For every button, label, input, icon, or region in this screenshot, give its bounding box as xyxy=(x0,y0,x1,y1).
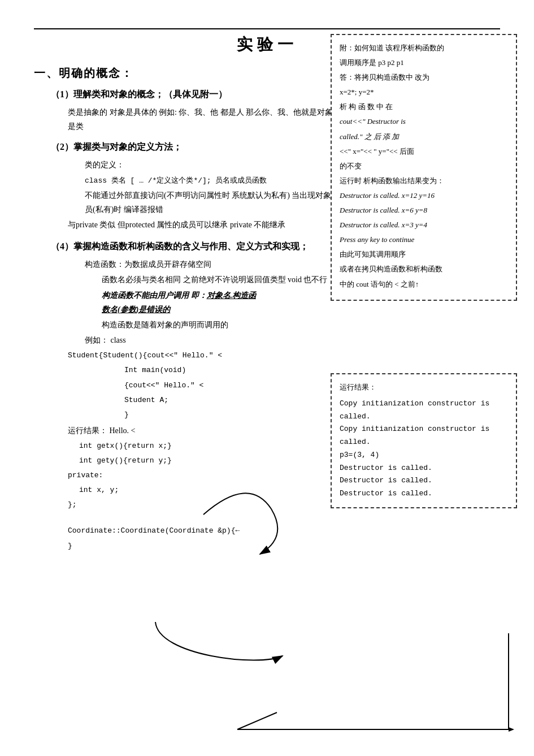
code-line13: } xyxy=(68,540,353,552)
svg-marker-1 xyxy=(509,727,514,732)
code-line5: } xyxy=(124,409,353,421)
code-line2: Int main(void) xyxy=(124,364,353,377)
dashed-top-line14: Press any key to continue xyxy=(340,234,508,246)
dashed-top-line16: 或者在拷贝构造函数和析构函数 xyxy=(340,263,508,275)
sub2-body4: 与private 类似 但protected 属性的成员可以继承 private… xyxy=(68,218,353,232)
dashed-bottom-line4: called. xyxy=(340,436,508,449)
sub2-body1: 类的定义： xyxy=(85,158,353,172)
code-line7: int gety(){return y;} xyxy=(79,455,353,467)
dashed-bottom-line7: Destructor is called. xyxy=(340,474,508,487)
dashed-top-line1: 附：如何知道 该程序析构函数的 xyxy=(340,42,508,54)
sub4-heading: （4）掌握构造函数和析构函数的含义与作用、定义方式和实现； xyxy=(51,241,353,253)
dashed-bottom-label: 运行结果： xyxy=(340,381,508,394)
sub2-body3: 不能通过外部直接访问(不声明访问属性时 系统默认为私有) 当出现对象名.成员(私… xyxy=(85,188,353,217)
code-section2: int getx(){return x;} int gety(){return … xyxy=(68,440,353,511)
top-border xyxy=(34,28,500,29)
page: 实验一 附：如何知道 该程序析构函数的 调用顺序是 p3 p2 p1 答：将拷贝… xyxy=(0,0,534,756)
dashed-top-line17: 中的 cout 语句的 < 之前↑ xyxy=(340,278,508,291)
dashed-bottom-line8: Destructor is called. xyxy=(340,487,508,500)
result-label: 运行结果： Hello. < xyxy=(68,424,353,438)
dashed-box-bottom: 运行结果： Copy initianization constructor is… xyxy=(331,373,517,508)
code-line10: }; xyxy=(68,499,353,511)
sub4-body4: 构造函数是随着对象的声明而调用的 xyxy=(102,318,353,332)
sub2-heading: （2）掌握类与对象的定义方法； xyxy=(51,141,353,153)
main-content: 一、明确的概念： （1）理解类和对象的概念；（具体见附一） 类是抽象的 对象是具… xyxy=(34,66,353,552)
code-line8: private: xyxy=(68,469,353,482)
dashed-top-line4: x=2*; y=2* xyxy=(340,86,508,98)
dashed-top-line5: 析 构 函 数 中 在 xyxy=(340,101,508,113)
code-line6: int getx(){return x;} xyxy=(79,440,353,452)
sub4-body1: 构造函数：为数据成员开辟存储空间 xyxy=(85,257,353,271)
dashed-top-line13: Destructor is called. x=3 y=4 xyxy=(340,219,508,231)
dashed-top-line2: 调用顺序是 p3 p2 p1 xyxy=(340,57,508,69)
dashed-bottom-line3: Copy initianization constructor is xyxy=(340,423,508,436)
code-section3: Coordinate::Coordinate(Coordinate &p){← … xyxy=(68,525,353,552)
code-line4: Student A; xyxy=(124,394,353,407)
dashed-top-line9: 的不变 xyxy=(340,160,508,172)
dashed-box-top: 附：如何知道 该程序析构函数的 调用顺序是 p3 p2 p1 答：将拷贝构造函数… xyxy=(331,34,517,301)
sub4-body5: 例如： class xyxy=(85,333,353,347)
code-section: Student{Student(){cout<<" Hello." < Int … xyxy=(68,349,353,421)
code-line1: Student{Student(){cout<<" Hello." < xyxy=(68,349,353,362)
code-line12: Coordinate::Coordinate(Coordinate &p){← xyxy=(68,525,353,537)
dashed-top-line3: 答：将拷贝构造函数中 改为 xyxy=(340,71,508,84)
code-line3: {cout<<" Hello." < xyxy=(124,379,353,392)
dashed-top-line11: Destructor is called. x=12 y=16 xyxy=(340,189,508,202)
dashed-top-line15: 由此可知其调用顺序 xyxy=(340,248,508,261)
sub4-body3: 构造函数不能由用户调用 即：对象名.构造函数名(参数)是错误的 xyxy=(102,288,353,317)
dashed-bottom-line2: called. xyxy=(340,411,508,424)
sub2-body2: class 类名 [ … /*定义这个类*/]; 员名或成员函数 xyxy=(85,175,353,187)
dashed-top-line6: cout<<" Destructor is xyxy=(340,115,508,128)
dashed-top-line10: 运行时 析构函数输出结果变为： xyxy=(340,175,508,187)
dashed-top-line7: called." 之 后 添 加 xyxy=(340,131,508,143)
dashed-bottom-line1: Copy initianization constructor is xyxy=(340,398,508,411)
sub1-body1: 类是抽象的 对象是具体的 例如: 你、我、他 都是人 那么你、我、他就是对象 人… xyxy=(68,105,353,133)
code-line9: int x, y; xyxy=(79,484,353,496)
dashed-bottom-line6: Destructor is called. xyxy=(340,462,508,475)
section1-heading: 一、明确的概念： xyxy=(34,66,353,81)
dashed-bottom-line5: p3=(3, 4) xyxy=(340,449,508,462)
sub1-heading: （1）理解类和对象的概念；（具体见附一） xyxy=(51,89,353,101)
sub4-body2: 函数名必须与类名相同 之前绝对不许说明返回值类型 void 也不行 xyxy=(102,273,353,287)
dashed-top-line8: <<" x="<< " y="<< 后面 xyxy=(340,145,508,158)
dashed-top-line12: Destructor is called. x=6 y=8 xyxy=(340,204,508,217)
page-title: 实验一 xyxy=(237,36,298,53)
